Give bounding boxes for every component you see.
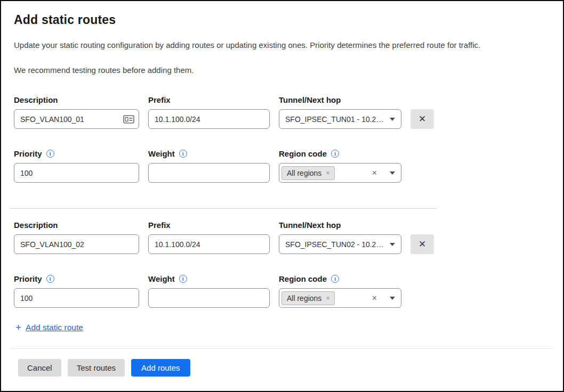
tunnel-selected-value: SFO_IPSEC_TUN01 - 10.25... bbox=[285, 115, 385, 124]
contact-card-icon bbox=[123, 115, 134, 124]
add-static-route-link[interactable]: + Add static route bbox=[15, 322, 83, 332]
region-field-2: Region code i All regions × × bbox=[279, 274, 401, 308]
close-icon: ✕ bbox=[418, 239, 426, 250]
weight-field-1: Weight i bbox=[148, 149, 270, 183]
tunnel-select-2[interactable]: SFO_IPSEC_TUN02 - 10.25... bbox=[279, 234, 401, 254]
info-icon[interactable]: i bbox=[46, 150, 54, 158]
tunnel-field-1: Tunnel/Next hop SFO_IPSEC_TUN01 - 10.25.… bbox=[279, 95, 401, 129]
description-label: Description bbox=[14, 95, 58, 104]
description-label-text: Description bbox=[14, 220, 58, 230]
weight-label: Weight i bbox=[148, 149, 187, 158]
tunnel-field-2: Tunnel/Next hop SFO_IPSEC_TUN02 - 10.25.… bbox=[279, 220, 401, 254]
weight-input-2[interactable] bbox=[148, 288, 270, 308]
add-static-route-link-label: Add static route bbox=[26, 323, 83, 332]
add-static-routes-dialog: Add static routes Update your static rou… bbox=[0, 0, 564, 392]
description-label-text: Description bbox=[14, 95, 58, 104]
region-chip: All regions × bbox=[281, 166, 335, 180]
test-routes-button[interactable]: Test routes bbox=[68, 359, 125, 377]
weight-field-2: Weight i bbox=[148, 274, 270, 308]
region-select-1[interactable]: All regions × × bbox=[279, 163, 401, 183]
description-field-2: Description bbox=[14, 220, 139, 254]
weight-label-text: Weight bbox=[148, 149, 175, 158]
region-chip-label: All regions bbox=[287, 294, 321, 303]
tunnel-selected-value: SFO_IPSEC_TUN02 - 10.25... bbox=[285, 240, 385, 249]
description-label: Description bbox=[14, 220, 58, 230]
prefix-input-2[interactable] bbox=[148, 234, 270, 254]
info-icon[interactable]: i bbox=[179, 275, 187, 283]
weight-label-text: Weight bbox=[148, 274, 175, 283]
add-routes-button[interactable]: Add routes bbox=[131, 359, 190, 377]
prefix-label-text: Prefix bbox=[148, 95, 171, 104]
clear-selection-icon[interactable]: × bbox=[372, 168, 377, 178]
close-icon: ✕ bbox=[418, 113, 426, 125]
priority-field-1: Priority i bbox=[14, 149, 139, 183]
description-input-1[interactable] bbox=[14, 109, 139, 129]
route-2-row-2: Priority i Weight i Region code bbox=[14, 274, 550, 308]
info-icon[interactable]: i bbox=[331, 275, 339, 283]
intro-text: Update your static routing configuration… bbox=[14, 40, 550, 50]
priority-input-1[interactable] bbox=[14, 163, 139, 183]
prefix-input-1[interactable] bbox=[148, 109, 270, 129]
tunnel-label: Tunnel/Next hop bbox=[279, 95, 341, 104]
clear-selection-icon[interactable]: × bbox=[372, 293, 377, 303]
plus-icon: + bbox=[15, 322, 21, 332]
region-label-text: Region code bbox=[279, 149, 327, 158]
tunnel-label-text: Tunnel/Next hop bbox=[279, 95, 341, 104]
region-field-1: Region code i All regions × × bbox=[279, 149, 401, 183]
region-select-2[interactable]: All regions × × bbox=[279, 288, 401, 308]
description-field-1: Description bbox=[14, 95, 139, 129]
tunnel-label-text: Tunnel/Next hop bbox=[279, 220, 341, 230]
priority-label: Priority i bbox=[14, 274, 54, 283]
region-chip: All regions × bbox=[281, 291, 335, 305]
route-2-row-1: Description Prefix Tunnel/Next hop SFO_I… bbox=[14, 220, 550, 254]
tunnel-select-1[interactable]: SFO_IPSEC_TUN01 - 10.25... bbox=[279, 109, 401, 129]
priority-label: Priority i bbox=[14, 149, 54, 158]
region-label: Region code i bbox=[279, 149, 339, 158]
priority-label-text: Priority bbox=[14, 274, 42, 283]
chevron-down-icon bbox=[390, 172, 395, 175]
prefix-field-1: Prefix bbox=[148, 95, 270, 129]
priority-label-text: Priority bbox=[14, 149, 42, 158]
chip-remove-icon[interactable]: × bbox=[326, 295, 329, 302]
route-divider bbox=[10, 208, 437, 209]
weight-input-1[interactable] bbox=[148, 163, 270, 183]
page-title: Add static routes bbox=[14, 13, 550, 27]
remove-route-1-button[interactable]: ✕ bbox=[410, 109, 434, 129]
region-label-text: Region code bbox=[279, 274, 327, 283]
cancel-button[interactable]: Cancel bbox=[18, 359, 61, 377]
prefix-label: Prefix bbox=[148, 95, 171, 104]
weight-label: Weight i bbox=[148, 274, 187, 283]
info-icon[interactable]: i bbox=[179, 150, 187, 158]
chevron-down-icon bbox=[390, 297, 395, 300]
priority-input-2[interactable] bbox=[14, 288, 139, 308]
description-input-2[interactable] bbox=[14, 234, 139, 254]
info-icon[interactable]: i bbox=[331, 150, 339, 158]
footer-actions: Cancel Test routes Add routes bbox=[18, 359, 550, 377]
region-chip-label: All regions bbox=[287, 169, 321, 177]
info-icon[interactable]: i bbox=[46, 275, 54, 283]
route-1-row-1: Description Prefix bbox=[14, 95, 550, 129]
prefix-label: Prefix bbox=[148, 220, 171, 230]
tunnel-label: Tunnel/Next hop bbox=[279, 220, 341, 230]
route-1-row-2: Priority i Weight i Region code bbox=[14, 149, 550, 183]
chip-remove-icon[interactable]: × bbox=[326, 169, 329, 177]
prefix-field-2: Prefix bbox=[148, 220, 270, 254]
intro-note: We recommend testing routes before addin… bbox=[14, 66, 550, 75]
chevron-down-icon bbox=[390, 243, 395, 246]
priority-field-2: Priority i bbox=[14, 274, 139, 308]
footer-divider bbox=[10, 348, 552, 349]
prefix-label-text: Prefix bbox=[148, 220, 171, 230]
region-label: Region code i bbox=[279, 274, 339, 283]
remove-route-2-button[interactable]: ✕ bbox=[410, 234, 434, 254]
chevron-down-icon bbox=[390, 118, 395, 121]
